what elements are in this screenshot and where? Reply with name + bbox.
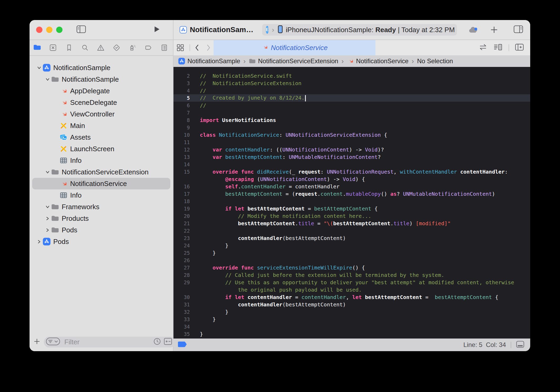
breadcrumb-item[interactable]: NotificationServiceExtension <box>258 57 338 65</box>
code-text[interactable]: @escaping (UNNotificationContent) -> Voi… <box>194 176 365 182</box>
sidebar-item-notificationservice[interactable]: NotificationService <box>32 178 170 189</box>
reports-icon[interactable] <box>160 43 169 52</box>
code-text[interactable]: } <box>194 309 228 315</box>
editor-only-mode-icon[interactable] <box>516 341 524 349</box>
code-text[interactable]: bestAttemptContent.title = "\(bestAttemp… <box>194 220 451 227</box>
code-text[interactable]: // Called just before the extension will… <box>194 272 444 278</box>
run-button[interactable] <box>153 26 160 34</box>
line-number[interactable]: 31 <box>173 302 194 307</box>
line-number[interactable]: 16 <box>173 184 194 189</box>
disclosure-chevron-icon[interactable] <box>44 170 51 174</box>
source-control-icon[interactable] <box>49 43 57 52</box>
filter-input[interactable] <box>64 338 153 346</box>
tab-notificationservice[interactable]: NotificationService <box>214 40 375 55</box>
adjust-editor-options-icon[interactable] <box>493 43 503 52</box>
line-number[interactable]: 17 <box>173 191 194 197</box>
line-number[interactable]: 24 <box>173 243 194 248</box>
forward-chevron-icon[interactable] <box>206 44 211 53</box>
line-number[interactable]: 20 <box>173 213 194 219</box>
bookmarks-icon[interactable] <box>65 43 74 52</box>
code-text[interactable]: // Created by junely on 8/12/24. <box>194 95 306 101</box>
line-number[interactable]: 6 <box>173 102 194 108</box>
code-text[interactable]: // <box>194 102 206 109</box>
disclosure-chevron-icon[interactable] <box>44 228 51 232</box>
code-text[interactable]: self.contentHandler = contentHandler <box>194 183 340 190</box>
add-button[interactable] <box>490 26 498 35</box>
sidebar-item-products[interactable]: Products <box>32 213 170 224</box>
line-number[interactable]: 27 <box>173 265 194 271</box>
line-number[interactable]: 33 <box>173 316 194 322</box>
disclosure-chevron-icon[interactable] <box>44 217 51 220</box>
scheme-and-activity[interactable]: E › iPhoneuJ NotificationSample: Ready |… <box>262 24 457 36</box>
line-number[interactable]: 9 <box>173 125 194 130</box>
breakpoint-toggle-icon[interactable] <box>177 341 188 349</box>
project-navigator-tree[interactable]: NotificationSampleNotificationSampleAppD… <box>30 56 173 335</box>
find-icon[interactable] <box>80 43 89 52</box>
sidebar-item-scenedelegate[interactable]: SceneDelegate <box>32 97 170 108</box>
line-number[interactable]: 30 <box>173 294 194 300</box>
line-number[interactable]: 15 <box>173 169 194 175</box>
source-control-status-filter-icon[interactable] <box>164 338 172 346</box>
add-editor-icon[interactable] <box>515 43 524 52</box>
sidebar-item-pods[interactable]: Pods <box>32 236 170 247</box>
editor-layout-grid-icon[interactable] <box>176 43 185 53</box>
code-text[interactable]: } <box>194 242 228 249</box>
sidebar-item-info[interactable]: Info <box>32 155 170 166</box>
line-number[interactable]: 4 <box>173 88 194 94</box>
code-text[interactable]: var bestAttemptContent: UNMutableNotific… <box>194 154 381 160</box>
sidebar-item-notificationsample[interactable]: NotificationSample <box>32 62 170 74</box>
line-number[interactable]: 14 <box>173 161 194 167</box>
line-number[interactable]: 8 <box>173 117 194 123</box>
line-number[interactable]: 12 <box>173 147 194 153</box>
code-text[interactable]: override func serviceExtensionTimeWillEx… <box>194 264 365 271</box>
tests-icon[interactable] <box>112 43 121 52</box>
code-text[interactable]: contentHandler(bestAttemptContent) <box>194 301 346 308</box>
line-number[interactable]: 7 <box>173 110 194 116</box>
line-number[interactable]: 5 <box>173 95 194 101</box>
sidebar-item-main[interactable]: Main <box>32 120 170 131</box>
sidebar-item-info[interactable]: Info <box>32 189 170 201</box>
filter-funnel-icon[interactable] <box>46 337 60 346</box>
code-text[interactable]: contentHandler(bestAttemptContent) <box>194 235 346 241</box>
filter-field[interactable] <box>44 337 175 347</box>
line-number[interactable]: 29 <box>173 280 194 285</box>
breadcrumb-item[interactable]: No Selection <box>417 57 453 65</box>
add-file-icon[interactable] <box>33 338 41 346</box>
sidebar-item-frameworks[interactable]: Frameworks <box>32 201 170 213</box>
recent-files-clock-icon[interactable] <box>153 337 161 346</box>
code-text[interactable]: // Use this as an opportunity to deliver… <box>194 279 514 286</box>
minimize-window-button[interactable] <box>46 27 52 33</box>
breadcrumb-item[interactable]: NotificationSample <box>187 57 240 65</box>
code-text[interactable]: var contentHandler: ((UNNotificationCont… <box>194 146 384 153</box>
debug-icon[interactable] <box>128 43 137 52</box>
breakpoints-icon[interactable] <box>144 43 153 52</box>
line-number[interactable]: 23 <box>173 235 194 241</box>
code-text[interactable]: import UserNotifications <box>194 117 276 123</box>
line-number[interactable]: 18 <box>173 198 194 204</box>
line-number[interactable]: 3 <box>173 80 194 86</box>
scheme-target-badge[interactable]: E <box>266 26 269 34</box>
line-number[interactable]: 19 <box>173 206 194 212</box>
project-navigator-icon[interactable] <box>33 43 42 52</box>
sidebar-toggle-icon[interactable] <box>76 25 86 34</box>
line-number[interactable]: 32 <box>173 309 194 315</box>
disclosure-chevron-icon[interactable] <box>44 77 51 81</box>
inspector-toggle-icon[interactable] <box>514 25 523 34</box>
disclosure-chevron-icon[interactable] <box>44 205 51 209</box>
code-review-swap-icon[interactable] <box>479 43 487 52</box>
code-text[interactable]: if let bestAttemptContent = bestAttemptC… <box>194 205 378 212</box>
code-text[interactable]: if let contentHandler = contentHandler, … <box>194 294 498 300</box>
jump-bar[interactable]: NotificationSample›NotificationServiceEx… <box>173 55 530 67</box>
breadcrumb-item[interactable]: NotificationService <box>356 57 409 65</box>
line-number[interactable]: 21 <box>173 220 194 226</box>
line-number[interactable]: 11 <box>173 139 194 145</box>
line-number[interactable]: 25 <box>173 250 194 256</box>
sidebar-item-pods[interactable]: Pods <box>32 224 170 236</box>
sidebar-item-appdelegate[interactable]: AppDelegate <box>32 85 170 97</box>
line-number[interactable]: 34 <box>173 324 194 330</box>
sidebar-item-launchscreen[interactable]: LaunchScreen <box>32 143 170 155</box>
sidebar-item-notificationsample[interactable]: NotificationSample <box>32 74 170 85</box>
line-number[interactable]: 26 <box>173 257 194 263</box>
line-number[interactable]: 28 <box>173 272 194 278</box>
close-window-button[interactable] <box>36 27 42 33</box>
